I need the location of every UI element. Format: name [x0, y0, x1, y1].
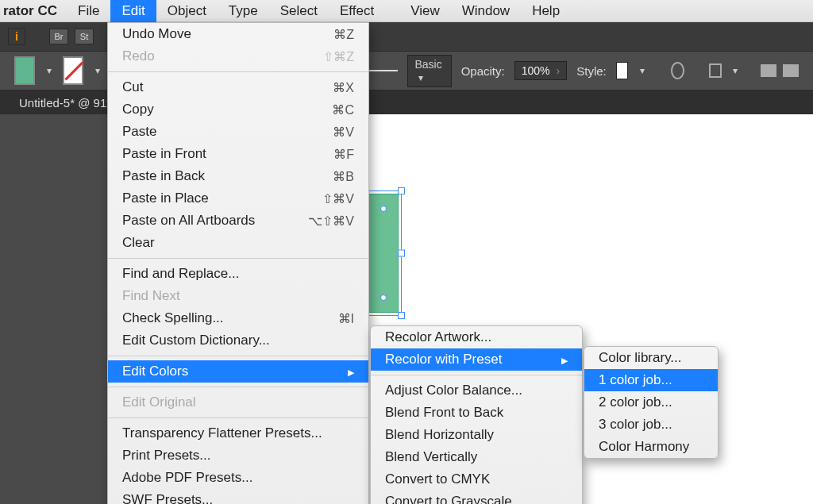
menu-object[interactable]: Object — [156, 0, 218, 22]
menu-item-label: Color library... — [599, 350, 682, 366]
menu-item[interactable]: Edit Custom Dictionary... — [108, 329, 368, 352]
menu-item[interactable]: Print Presets... — [108, 444, 368, 467]
stock-badge[interactable]: St — [75, 29, 94, 44]
menu-item-label: Recolor Artwork... — [385, 329, 491, 345]
menu-item-label: Paste — [122, 124, 156, 140]
style-swatch[interactable] — [616, 62, 629, 79]
menu-item-label: Convert to Grayscale — [385, 494, 512, 504]
menu-item[interactable]: Paste in Back⌘B — [108, 165, 368, 187]
menu-shortcut: ⇧⌘Z — [323, 49, 354, 64]
style-label: Style: — [576, 64, 607, 78]
ai-logo-icon: i — [8, 28, 25, 45]
menu-item[interactable]: Paste⌘V — [108, 121, 368, 143]
menu-item[interactable]: Paste in Place⇧⌘V — [108, 187, 368, 210]
menu-item[interactable]: Adjust Color Balance... — [371, 379, 582, 402]
edit-dropdown: Undo Move⌘ZRedo⇧⌘ZCut⌘XCopy⌘CPaste⌘VPast… — [107, 22, 369, 504]
menu-item-label: Paste in Front — [122, 146, 206, 162]
menu-item-label: Find and Replace... — [122, 266, 239, 282]
document-setup-icon[interactable] — [709, 63, 722, 78]
menu-item[interactable]: Copy⌘C — [108, 98, 368, 121]
menu-effect[interactable]: Effect — [329, 0, 385, 22]
menu-item[interactable]: Undo Move⌘Z — [108, 23, 368, 45]
menu-item[interactable]: Blend Front to Back — [371, 402, 582, 424]
menu-item-label: Convert to CMYK — [385, 471, 490, 487]
menu-shortcut: ⌘V — [333, 125, 354, 140]
menu-item[interactable]: Color Harmony — [584, 436, 718, 458]
menu-item[interactable]: Blend Horizontally — [371, 424, 582, 446]
menu-item-label: Redo — [122, 48, 155, 64]
menu-item-label: Paste in Place — [122, 190, 209, 206]
menu-item-label: Print Presets... — [122, 448, 210, 464]
menu-shortcut: ⌘Z — [333, 27, 354, 42]
menu-shortcut: ⇧⌘V — [322, 191, 354, 206]
opacity-input[interactable]: 100%› — [514, 61, 567, 80]
menu-file[interactable]: File — [67, 0, 110, 22]
menu-item[interactable]: 3 color job... — [584, 414, 718, 436]
stroke-swatch[interactable] — [63, 56, 83, 85]
menu-item-label: Adjust Color Balance... — [385, 383, 522, 398]
menu-item[interactable]: Recolor with Preset — [371, 348, 582, 371]
submenu-arrow-icon — [552, 352, 568, 367]
chevron-down-icon — [414, 71, 427, 84]
menu-item[interactable]: SWF Presets... — [108, 489, 368, 504]
menu-item-label: Paste in Back — [122, 168, 205, 184]
menubar: rator CC File Edit Object Type Select Ef… — [0, 0, 813, 22]
menu-item-label: Transparency Flattener Presets... — [122, 425, 322, 441]
menu-item[interactable]: 2 color job... — [584, 391, 718, 414]
menu-help[interactable]: Help — [521, 0, 571, 22]
menu-item-label: Check Spelling... — [122, 310, 224, 326]
menu-item-label: Copy — [122, 102, 154, 117]
menu-item[interactable]: Convert to Grayscale — [371, 491, 582, 504]
menu-item-label: Cut — [122, 79, 143, 95]
menu-edit[interactable]: Edit — [110, 0, 156, 22]
menu-window[interactable]: Window — [451, 0, 521, 22]
menu-type[interactable]: Type — [218, 0, 269, 22]
menu-item-label: Blend Vertically — [385, 449, 477, 465]
menu-item[interactable]: Adobe PDF Presets... — [108, 467, 368, 489]
menu-item-label: Edit Custom Dictionary... — [122, 333, 270, 348]
menu-item[interactable]: Edit Colors — [108, 360, 368, 383]
menu-item[interactable]: Check Spelling...⌘I — [108, 307, 368, 329]
menu-item-label: Blend Front to Back — [385, 405, 503, 421]
brush-basic-select[interactable]: Basic — [407, 55, 451, 87]
menu-item[interactable]: Cut⌘X — [108, 76, 368, 98]
menu-item-label: Undo Move — [122, 26, 191, 42]
menu-item[interactable]: Find and Replace... — [108, 263, 368, 285]
menu-item-label: Find Next — [122, 288, 180, 304]
menu-item-label: Recolor with Preset — [385, 352, 502, 367]
menu-item[interactable]: Recolor Artwork... — [371, 326, 582, 348]
align-left-icon[interactable] — [761, 64, 776, 77]
menu-item-label: Edit Original — [122, 394, 196, 410]
menu-shortcut: ⌘B — [333, 169, 354, 184]
bridge-badge[interactable]: Br — [49, 29, 68, 44]
menu-select[interactable]: Select — [269, 0, 329, 22]
menu-item-label: 2 color job... — [599, 394, 672, 410]
menu-shortcut: ⌘X — [333, 80, 354, 95]
menu-item[interactable]: Paste in Front⌘F — [108, 143, 368, 165]
fill-dropdown-icon[interactable] — [44, 64, 53, 77]
menu-item-label: Adobe PDF Presets... — [122, 470, 252, 486]
submenu-arrow-icon — [338, 364, 354, 379]
style-dropdown-icon[interactable] — [638, 64, 646, 77]
menu-item[interactable]: Convert to CMYK — [371, 468, 582, 491]
menu-item: Redo⇧⌘Z — [108, 45, 368, 67]
recolor-icon[interactable] — [671, 62, 684, 79]
menu-shortcut: ⌘F — [333, 147, 354, 162]
menu-item[interactable]: Color library... — [584, 347, 718, 369]
resize-handle[interactable] — [398, 250, 405, 257]
menu-item[interactable]: Transparency Flattener Presets... — [108, 422, 368, 444]
menu-item: Find Next — [108, 285, 368, 307]
resize-handle[interactable] — [398, 312, 405, 319]
menu-item[interactable]: Blend Vertically — [371, 446, 582, 468]
menu-item[interactable]: Paste on All Artboards⌥⇧⌘V — [108, 210, 368, 232]
resize-handle[interactable] — [398, 187, 405, 194]
menu-item-label: Blend Horizontally — [385, 427, 494, 443]
fill-swatch[interactable] — [14, 56, 35, 85]
menu-item-label: 1 color job... — [599, 372, 672, 388]
menu-item[interactable]: Clear — [108, 232, 368, 254]
setup-dropdown-icon[interactable] — [731, 64, 740, 77]
menu-item[interactable]: 1 color job... — [584, 369, 718, 391]
stroke-dropdown-icon[interactable] — [93, 64, 102, 77]
menu-view[interactable]: View — [399, 0, 451, 22]
align-center-icon[interactable] — [783, 64, 799, 77]
